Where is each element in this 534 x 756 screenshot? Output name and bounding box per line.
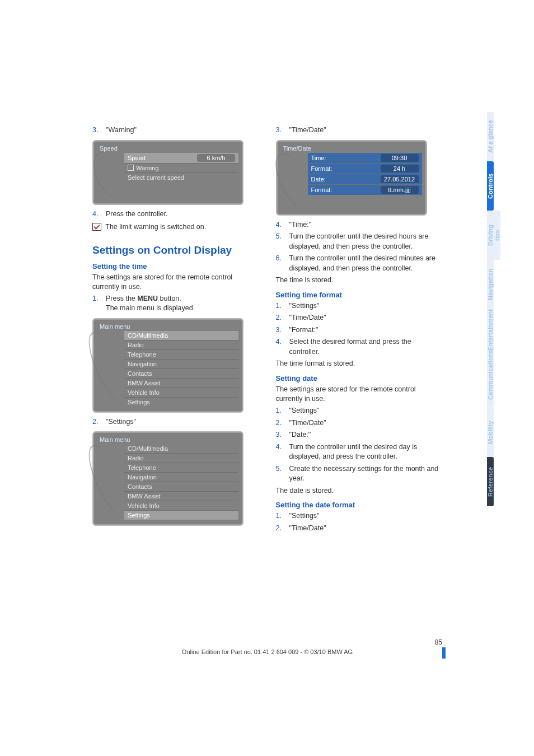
list-text: Turn the controller until the desired da… (289, 443, 418, 461)
page-content: 3."Warning" Speed Speed 6 km/h Warning S… (92, 123, 442, 535)
list-text: "Time:" (289, 221, 312, 228)
list-text: "Settings" (106, 418, 136, 426)
tab-mobility[interactable]: Mobility (487, 408, 494, 457)
fig-row-label: Time: (311, 155, 326, 161)
fig-row-label: Vehicle Info (128, 502, 160, 509)
list-text: "Time/Date" (289, 126, 326, 134)
fig-row-value: 09:30 (381, 154, 419, 162)
limit-note: The limit warning is switched on. (92, 222, 259, 232)
heading-set-time: Setting the time (92, 262, 259, 270)
fig-row-label: BMW Assist (128, 493, 161, 500)
heading-date: Setting date (276, 374, 443, 382)
fig-row-label: Select current speed (128, 174, 184, 181)
list-text: "Time/Date" (289, 419, 326, 427)
fig-row-label: CD/Multimedia (128, 332, 168, 339)
heading-date-format: Setting the date format (276, 501, 443, 509)
list-text: Select the desired format and press the … (289, 338, 411, 356)
page-number: 85 (435, 638, 442, 646)
fig-title: Main menu (100, 323, 130, 330)
fig-row-label: Radio (128, 342, 144, 348)
tab-communications[interactable]: Communications (487, 358, 494, 408)
list-text: "Settings" (289, 302, 320, 310)
fig-row-value: 27.05.2012 (381, 175, 419, 183)
tab-controls[interactable]: Controls (487, 161, 494, 211)
fig-row-label: Vehicle Info (128, 389, 160, 396)
heading-time-format: Setting time format (276, 291, 443, 299)
tab-navigation[interactable]: Navigation (487, 260, 494, 309)
fig-row-label: Navigation (128, 361, 157, 367)
fig-row-label: BMW Assist (128, 380, 161, 386)
page-mark-icon (442, 647, 446, 659)
footer-text: Online Edition for Part no. 01 41 2 604 … (182, 648, 353, 655)
fig-title: Speed (100, 145, 118, 152)
tab-at-a-glance[interactable]: At a glance (487, 112, 494, 161)
fig-row-value: tt.mm.jjjj (381, 186, 419, 194)
body-text: The time format is stored. (276, 359, 443, 368)
fig-title: Time/Date (283, 145, 311, 152)
list-text: Press the controller. (106, 210, 167, 218)
side-tabs: At a glance Controls Driving tips Naviga… (487, 112, 503, 506)
list-text: "Settings" (289, 512, 320, 520)
list-text: "Time/Date" (289, 314, 326, 321)
fig-row-label: Speed (128, 155, 146, 161)
left-column: 3."Warning" Speed Speed 6 km/h Warning S… (92, 123, 259, 535)
figure-speed: Speed Speed 6 km/h Warning Select curren… (92, 140, 243, 205)
fig-row-label: Contacts (128, 370, 152, 377)
fig-row-label: Contacts (128, 483, 152, 490)
body-text: The settings are stored for the remote c… (276, 385, 443, 404)
fig-row-label: Format: (311, 186, 332, 193)
fig-row-label: Format: (311, 165, 332, 172)
right-column: 3."Time/Date" Time/Date Time: 09:30 Form… (276, 123, 443, 535)
body-text: The settings are stored for the remote c… (92, 273, 259, 292)
tab-driving-tips[interactable]: Driving tips (487, 211, 500, 260)
body-text: The date is stored. (276, 486, 443, 496)
fig-row-label: Navigation (128, 474, 157, 480)
fig-row-label: Radio (128, 455, 144, 461)
fig-title: Main menu (100, 436, 130, 443)
fig-row-label: Settings (128, 512, 150, 519)
list-text: "Settings" (289, 407, 320, 414)
list-text: "Time/Date" (289, 524, 326, 532)
figure-mainmenu-1: Main menu CD/Multimedia Radio Telephone … (92, 318, 243, 413)
list-text: Turn the controller until the desired ho… (289, 232, 429, 250)
fig-row-label: Telephone (128, 351, 156, 358)
list-text: Turn the controller until the desired mi… (289, 254, 435, 272)
heading-settings: Settings on Control Display (92, 244, 259, 256)
footer: 85 Online Edition for Part no. 01 41 2 6… (92, 648, 442, 655)
fig-row-label: Warning (136, 165, 159, 171)
tab-reference[interactable]: Reference (487, 457, 494, 506)
fig-row-label: Settings (128, 399, 150, 405)
fig-row-label: CD/Multimedia (128, 445, 168, 452)
fig-row-label: Telephone (128, 464, 156, 471)
list-text: "Warning" (106, 126, 137, 134)
list-text: Create the necessary settings for the mo… (289, 465, 439, 483)
list-text: "Format:" (289, 326, 318, 334)
fig-row-label: Date: (311, 176, 326, 183)
fig-row-value: 24 h (381, 165, 419, 172)
list-subtext: The main menu is displayed. (106, 304, 195, 312)
fig-row-value: 6 km/h (197, 154, 235, 162)
figure-timedate: Time/Date Time: 09:30 Format: 24 h Date: (276, 140, 427, 216)
figure-mainmenu-2: Main menu CD/Multimedia Radio Telephone … (92, 431, 243, 526)
body-text: The time is stored. (276, 276, 443, 285)
list-text: "Date:" (289, 431, 311, 438)
list-text: Press the MENU button. (106, 295, 181, 302)
check-icon (92, 223, 101, 231)
